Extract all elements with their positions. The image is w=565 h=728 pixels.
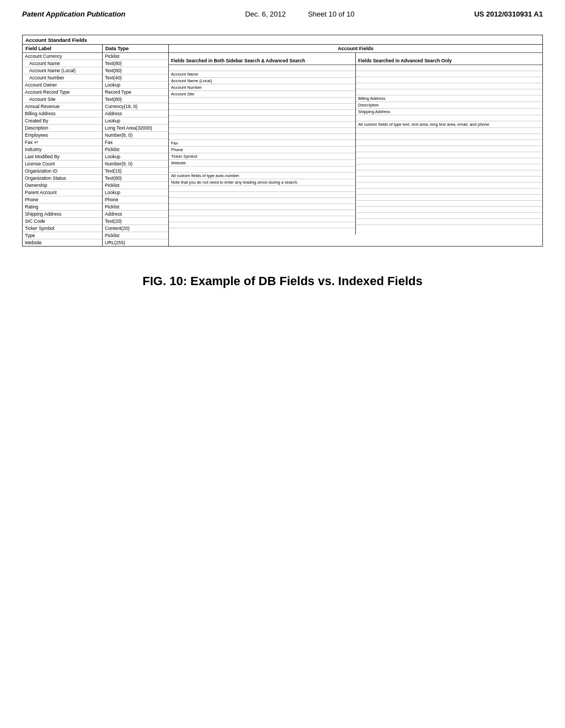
table-row bbox=[169, 104, 355, 110]
search-advanced-value bbox=[356, 77, 542, 83]
table-row: Annual Revenue bbox=[23, 103, 102, 110]
data-type-value: Phone bbox=[103, 196, 168, 203]
search-advanced-value bbox=[356, 128, 542, 133]
fields-table: Account Standard Fields Field Label Acco… bbox=[22, 35, 543, 247]
table-row: Type bbox=[23, 232, 102, 239]
table-row: Last Modified By bbox=[23, 153, 102, 160]
col3-sub1-header: Fields Searched in Both Sidebar Search &… bbox=[169, 53, 355, 65]
data-type-value: Text(80) bbox=[103, 67, 168, 74]
field-label: Parent Account bbox=[23, 189, 102, 196]
search-advanced-value bbox=[356, 158, 542, 164]
table-row bbox=[169, 222, 355, 228]
field-label: Organization ID bbox=[23, 168, 102, 174]
table-row: Address bbox=[103, 110, 168, 117]
table-row bbox=[356, 176, 542, 183]
table-row: Shipping Address bbox=[23, 211, 102, 218]
search-both-value bbox=[169, 134, 355, 140]
search-advanced-value bbox=[356, 65, 542, 71]
search-both-value bbox=[169, 192, 355, 197]
table-row bbox=[169, 98, 355, 104]
search-advanced-value bbox=[356, 152, 542, 158]
search-advanced-value: All custom fields of type text, text are… bbox=[356, 121, 542, 127]
field-label: Last Modified By bbox=[23, 153, 102, 160]
data-type-value: Content(20) bbox=[103, 225, 168, 232]
table-row: Phone bbox=[23, 196, 102, 204]
data-type-value: Number(8, 0) bbox=[103, 132, 168, 138]
col-field-label: Field Label Account CurrencyAccount Name… bbox=[23, 45, 103, 246]
table-row bbox=[356, 115, 542, 121]
table-row: Record Type bbox=[103, 89, 168, 96]
table-row: Text(80) bbox=[103, 60, 168, 67]
table-row bbox=[169, 122, 355, 128]
field-label: Account Currency bbox=[23, 53, 102, 60]
table-row bbox=[169, 128, 355, 134]
col4-body: Billing AddressDescriptionShipping Addre… bbox=[356, 65, 542, 231]
table-row bbox=[356, 183, 542, 189]
search-advanced-value bbox=[356, 201, 542, 206]
table-row bbox=[169, 116, 355, 122]
table-row bbox=[169, 210, 355, 216]
table-row: Account Number bbox=[23, 74, 102, 82]
table-row: Text(80) bbox=[103, 96, 168, 103]
col2-body: PicklistText(80)Text(80)Text(40)LookupRe… bbox=[103, 53, 168, 246]
col-search-both: Fields Searched in Both Sidebar Search &… bbox=[169, 53, 356, 234]
main-content: Account Standard Fields Field Label Acco… bbox=[0, 24, 565, 258]
search-advanced-value bbox=[356, 207, 542, 212]
table-row: Picklist bbox=[103, 232, 168, 239]
table-row: Long Text Area(32000) bbox=[103, 125, 168, 132]
search-advanced-value bbox=[356, 89, 542, 95]
publication-label: Patent Application Publication bbox=[22, 10, 125, 18]
search-advanced-value bbox=[356, 83, 542, 89]
data-type-value: URL(255) bbox=[103, 239, 168, 246]
field-label: Industry bbox=[23, 146, 102, 153]
table-row bbox=[356, 152, 542, 158]
search-advanced-value bbox=[356, 189, 542, 194]
search-advanced-value bbox=[356, 146, 542, 152]
table-row: Text(40) bbox=[103, 74, 168, 82]
table-row bbox=[356, 89, 542, 95]
table-row: URL(255) bbox=[103, 239, 168, 246]
table-row bbox=[356, 189, 542, 195]
field-label: Account Name bbox=[23, 60, 102, 67]
table-row bbox=[169, 186, 355, 192]
search-both-value: Website bbox=[169, 160, 355, 166]
search-both-value bbox=[169, 210, 355, 216]
table-row bbox=[169, 65, 355, 71]
field-label: Type bbox=[23, 232, 102, 239]
table-row: Employees bbox=[23, 132, 102, 139]
table-row: Text(80) bbox=[103, 67, 168, 74]
table-row: Account Record Type bbox=[23, 89, 102, 96]
field-label: Phone bbox=[23, 196, 102, 203]
table-row: All custom fields of type auto-number. bbox=[169, 173, 355, 179]
table-row: Rating bbox=[23, 204, 102, 211]
data-type-value: Lookup bbox=[103, 153, 168, 160]
search-both-value: Note that you do not need to enter any l… bbox=[169, 179, 355, 185]
table-row: Account Owner bbox=[23, 82, 102, 89]
field-label: Account Owner bbox=[23, 82, 102, 88]
table-row bbox=[356, 71, 542, 77]
search-advanced-value bbox=[356, 176, 542, 182]
col1-header: Field Label bbox=[23, 45, 102, 53]
account-fields-inner: Fields Searched in Both Sidebar Search &… bbox=[169, 53, 542, 234]
table-row: Description bbox=[356, 102, 542, 109]
patent-number: US 2012/0310931 A1 bbox=[474, 10, 543, 18]
search-both-value bbox=[169, 216, 355, 222]
table-row bbox=[356, 158, 542, 164]
table-row: Billing Address bbox=[356, 95, 542, 102]
table-row bbox=[169, 198, 355, 204]
table-row: Content(20) bbox=[103, 225, 168, 232]
table-row: Organization Status bbox=[23, 175, 102, 182]
search-both-value bbox=[169, 104, 355, 109]
table-row: Text(15) bbox=[103, 168, 168, 175]
search-both-value: Account Number bbox=[169, 84, 355, 90]
data-type-value: Address bbox=[103, 211, 168, 217]
table-row bbox=[169, 192, 355, 198]
search-advanced-value bbox=[356, 170, 542, 176]
col2-header: Data Type bbox=[103, 45, 168, 53]
search-advanced-value bbox=[356, 134, 542, 140]
table-row bbox=[169, 167, 355, 173]
table-row: Address bbox=[103, 211, 168, 218]
field-label: Ticker Symbol bbox=[23, 225, 102, 232]
search-advanced-value bbox=[356, 71, 542, 77]
table-row: Number(9, 0) bbox=[103, 160, 168, 168]
